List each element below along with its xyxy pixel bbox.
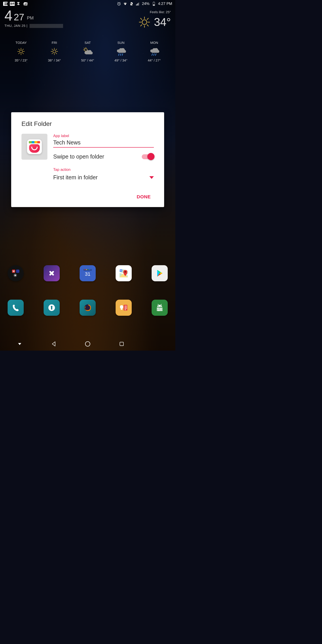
svg-line-42 [122, 54, 123, 56]
dialog-title: Edit Folder [22, 120, 154, 128]
svg-point-78 [158, 308, 159, 309]
tap-action-caption: Tap action [53, 168, 154, 172]
nyt-notification-icon: 𝕿 [17, 2, 21, 6]
svg-point-59 [124, 271, 126, 272]
forecast-day-label: MON [150, 41, 158, 44]
svg-line-33 [56, 53, 57, 54]
forecast-day: SUN 49° / 34° [104, 41, 138, 62]
forecast-day-label: FRI [52, 41, 57, 44]
svg-line-40 [118, 54, 119, 56]
password-manager-icon[interactable] [44, 300, 60, 316]
svg-point-50 [14, 274, 16, 276]
dock [0, 300, 175, 316]
svg-rect-56 [88, 269, 88, 270]
clock-weather-widget[interactable]: 4 27 PM THU, JAN 25 | Feels like: 25° 34… [4, 10, 171, 28]
svg-line-32 [52, 49, 52, 50]
google-keep-icon[interactable] [116, 300, 132, 316]
svg-point-72 [160, 306, 161, 306]
sd-card-off-icon [130, 2, 134, 6]
google-maps-icon[interactable]: G [116, 265, 132, 281]
clock-ampm: PM [27, 16, 34, 20]
forecast-day: FRI 38° / 34° [38, 41, 71, 62]
svg-text:M: M [13, 270, 14, 272]
svg-line-24 [23, 53, 24, 54]
forecast-day-label: SUN [118, 41, 124, 44]
folder-app-icon [27, 139, 42, 154]
folder-icon-preview[interactable] [22, 134, 48, 160]
svg-rect-7 [154, 2, 154, 2]
done-button[interactable]: DONE [134, 192, 154, 201]
slack-icon[interactable] [44, 265, 60, 281]
home-app-row: M 31 G [0, 265, 175, 281]
pocket-icon [29, 144, 40, 153]
svg-rect-4 [138, 3, 138, 6]
android-settings-icon[interactable] [152, 300, 168, 316]
espn-notification-icon [3, 2, 8, 6]
sun-icon [138, 16, 151, 28]
weather-forecast[interactable]: TODAY 35° / 23° FRI 38° / 34° SAT 50° / … [4, 41, 171, 62]
svg-line-23 [19, 49, 20, 50]
chevron-down-icon [149, 176, 154, 179]
svg-rect-82 [120, 342, 124, 346]
svg-rect-55 [86, 269, 87, 270]
forecast-day-label: SAT [84, 41, 91, 44]
svg-line-41 [120, 54, 121, 56]
svg-rect-3 [137, 4, 137, 6]
forecast-day: MON 44° / 27° [138, 41, 171, 62]
svg-rect-77 [157, 310, 162, 311]
alarm-icon [117, 2, 121, 6]
svg-rect-57 [89, 269, 90, 270]
svg-point-71 [158, 306, 159, 306]
svg-point-79 [160, 309, 162, 310]
app-label-input[interactable] [53, 139, 154, 148]
forecast-hi-lo: 50° / 44° [81, 58, 94, 62]
phone-icon[interactable] [8, 300, 24, 316]
svg-line-26 [23, 49, 24, 50]
svg-line-17 [147, 18, 148, 20]
svg-line-35 [56, 49, 57, 50]
svg-line-39 [84, 48, 84, 48]
tap-action-value: First item in folder [53, 174, 98, 181]
navigation-bar [0, 337, 175, 350]
svg-line-43 [152, 54, 152, 56]
svg-rect-48 [16, 270, 20, 273]
folder-icon[interactable]: M [8, 265, 24, 281]
back-button[interactable] [47, 340, 60, 348]
svg-line-25 [19, 53, 20, 54]
svg-rect-5 [138, 2, 139, 6]
forecast-hi-lo: 38° / 34° [48, 58, 61, 62]
svg-rect-76 [157, 309, 162, 310]
svg-point-27 [53, 50, 56, 53]
svg-point-80 [158, 310, 160, 311]
svg-point-81 [86, 342, 90, 346]
calendar-icon[interactable]: 31 [80, 265, 96, 281]
home-button[interactable] [81, 340, 94, 348]
svg-rect-64 [51, 307, 52, 310]
status-bar: B·R 𝕿 24% 4:27 PM [0, 0, 175, 8]
svg-line-34 [52, 53, 52, 54]
forecast-day: SAT 50° / 44° [71, 41, 104, 62]
clock-event-redacted [30, 24, 63, 28]
statusbar-time: 4:27 PM [158, 2, 172, 6]
current-temp: 34° [154, 16, 171, 28]
svg-line-74 [161, 304, 162, 305]
svg-text:G: G [120, 270, 122, 272]
rain-icon [148, 47, 160, 56]
forecast-hi-lo: 49° / 34° [114, 58, 128, 62]
svg-text:31: 31 [85, 271, 90, 277]
partly-cloudy-icon [82, 47, 94, 56]
ime-switcher-button[interactable] [13, 340, 26, 348]
play-store-icon[interactable] [152, 265, 168, 281]
swipe-to-open-toggle[interactable] [142, 154, 154, 159]
firefox-icon[interactable] [80, 300, 96, 316]
sun-icon [16, 47, 26, 56]
tap-action-dropdown[interactable]: First item in folder [53, 174, 154, 181]
svg-point-9 [142, 20, 147, 24]
recents-button[interactable] [115, 340, 128, 348]
battery-percent: 24% [142, 2, 150, 6]
forecast-day: TODAY 35° / 23° [4, 41, 38, 62]
swipe-to-open-label: Swipe to open folder [53, 154, 104, 160]
svg-line-14 [141, 18, 142, 20]
bleacher-report-notification-icon: B·R [10, 2, 15, 6]
rain-icon [115, 47, 127, 56]
